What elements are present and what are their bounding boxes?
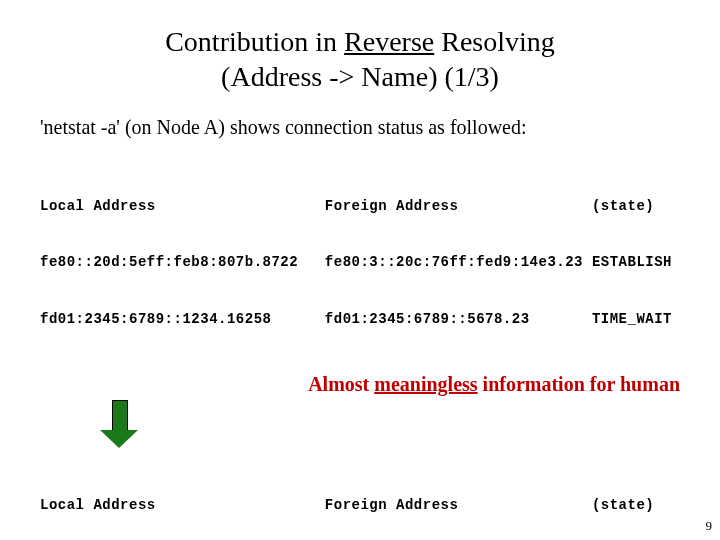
- caption-meaningless: Almost meaningless information for human: [40, 373, 680, 396]
- caption1-pre: Almost: [308, 373, 374, 395]
- page-number: 9: [706, 518, 713, 534]
- title-pre: Contribution in: [165, 26, 344, 57]
- caption1-post: information for human: [478, 373, 680, 395]
- slide-title: Contribution in Reverse Resolving (Addre…: [40, 24, 680, 94]
- caption1-under: meaningless: [374, 373, 477, 395]
- table1-header: Local Address Foreign Address (state): [40, 197, 680, 216]
- netstat-resolved-block: Local Address Foreign Address (state) n7…: [40, 458, 680, 540]
- table1-row1: fe80::20d:5eff:feb8:807b.8722 fe80:3::20…: [40, 253, 680, 272]
- table1-row2: fd01:2345:6789::1234.16258 fd01:2345:678…: [40, 310, 680, 329]
- table2-header: Local Address Foreign Address (state): [40, 496, 680, 515]
- slide: Contribution in Reverse Resolving (Addre…: [0, 0, 720, 540]
- arrow-row: [40, 400, 680, 448]
- title-underlined: Reverse: [344, 26, 434, 57]
- title-line2: (Address -> Name) (1/3): [221, 61, 499, 92]
- down-arrow-icon: [100, 400, 140, 448]
- intro-text: 'netstat -a' (on Node A) shows connectio…: [40, 116, 680, 139]
- title-post: Resolving: [434, 26, 555, 57]
- netstat-raw-block: Local Address Foreign Address (state) fe…: [40, 159, 680, 367]
